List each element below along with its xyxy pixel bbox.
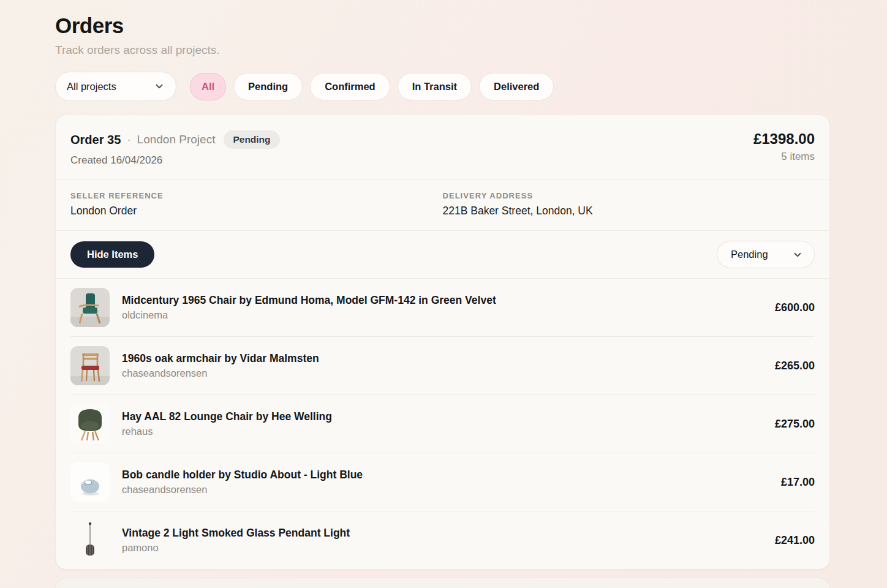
project-select-value: All projects — [67, 81, 116, 92]
order-total: £1398.00 — [753, 130, 815, 148]
status-filter-in-transit[interactable]: In Transit — [398, 73, 472, 100]
item-seller: rehaus — [122, 426, 763, 437]
project-select[interactable]: All projects — [55, 72, 176, 101]
order-separator: · — [127, 133, 130, 146]
item-title: Vintage 2 Light Smoked Glass Pendant Lig… — [122, 527, 763, 540]
item-image-green-velvet-armchair — [70, 288, 110, 327]
status-filter-all[interactable]: All — [190, 73, 226, 100]
order-status-select-value: Pending — [731, 249, 768, 260]
page-title: Orders — [55, 13, 832, 38]
order-items-list: Midcentury 1965 Chair by Edmund Homa, Mo… — [56, 278, 829, 569]
item-title: Hay AAL 82 Lounge Chair by Hee Welling — [122, 410, 763, 423]
order-items-count: 5 items — [753, 151, 815, 163]
order-header: Order 35 · London Project Pending Create… — [56, 115, 829, 179]
orders-page: Orders Track orders across all projects.… — [0, 0, 887, 588]
order-actions: Hide Items Pending — [56, 230, 829, 278]
item-title: 1960s oak armchair by Vidar Malmsten — [122, 352, 763, 365]
hide-items-button[interactable]: Hide Items — [70, 241, 154, 268]
seller-reference-block: SELLER REFERENCE London Order — [70, 191, 443, 217]
item-image-light-blue-donut-candle-holder — [70, 462, 110, 502]
item-seller: chaseandsorensen — [122, 484, 769, 496]
item-image-oak-armchair-red-seat — [70, 346, 110, 385]
item-title: Bob candle holder by Studio About - Ligh… — [122, 469, 769, 481]
item-price: £275.00 — [775, 418, 815, 431]
status-filter-delivered[interactable]: Delivered — [479, 73, 554, 100]
delivery-address-value: 221B Baker Street, London, UK — [443, 205, 815, 217]
status-badge: Pending — [224, 130, 279, 149]
filter-row: All projects All Pending Confirmed In Tr… — [55, 72, 832, 101]
item-price: £241.00 — [775, 534, 815, 547]
order-title: Order 35 — [70, 133, 121, 147]
seller-reference-value: London Order — [70, 205, 443, 217]
order-card: Order 35 · London Project Pending Create… — [55, 115, 830, 570]
item-price: £600.00 — [775, 301, 815, 314]
item-title: Midcentury 1965 Chair by Edmund Homa, Mo… — [122, 294, 763, 307]
item-row-oak-armchair[interactable]: 1960s oak armchair by Vidar Malmsten cha… — [70, 336, 815, 394]
page-subtitle: Track orders across all projects. — [55, 43, 832, 57]
item-price: £265.00 — [775, 360, 815, 372]
order-project-name: London Project — [137, 133, 216, 146]
item-image-smoked-glass-pendant-light — [70, 521, 110, 560]
item-seller: oldcinema — [122, 309, 763, 321]
status-filter-confirmed[interactable]: Confirmed — [310, 73, 390, 100]
item-image-green-lounge-chair — [70, 404, 110, 443]
status-filter-pending[interactable]: Pending — [233, 73, 303, 100]
item-row-candle-holder[interactable]: Bob candle holder by Studio About - Ligh… — [70, 453, 815, 511]
chevron-down-icon — [154, 81, 165, 92]
next-order-card-peek[interactable] — [55, 578, 830, 588]
item-seller: chaseandsorensen — [122, 368, 763, 379]
item-row-green-velvet-chair[interactable]: Midcentury 1965 Chair by Edmund Homa, Mo… — [70, 279, 815, 336]
item-price: £17.00 — [781, 476, 815, 489]
item-seller: pamono — [122, 542, 763, 554]
item-row-pendant-light[interactable]: Vintage 2 Light Smoked Glass Pendant Lig… — [70, 511, 815, 569]
delivery-address-block: DELIVERY ADDRESS 221B Baker Street, Lond… — [443, 191, 815, 217]
order-created-date: Created 16/04/2026 — [70, 154, 280, 167]
chevron-down-icon — [792, 249, 803, 260]
order-status-select[interactable]: Pending — [717, 241, 815, 268]
item-row-lounge-chair[interactable]: Hay AAL 82 Lounge Chair by Hee Welling r… — [70, 394, 815, 453]
order-meta: SELLER REFERENCE London Order DELIVERY A… — [56, 179, 829, 230]
delivery-address-label: DELIVERY ADDRESS — [443, 191, 815, 200]
seller-reference-label: SELLER REFERENCE — [70, 191, 443, 200]
